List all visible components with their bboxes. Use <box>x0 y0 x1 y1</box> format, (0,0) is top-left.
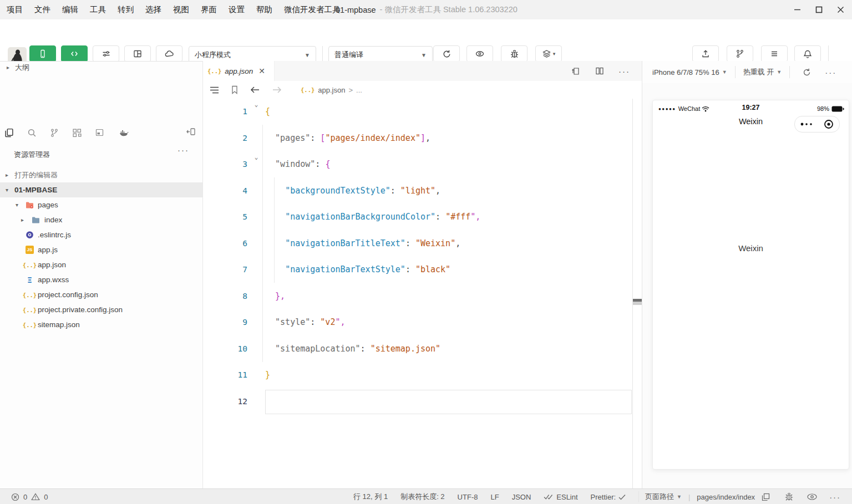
bell-icon <box>803 49 812 59</box>
menubar-item[interactable]: 视图 <box>173 4 189 15</box>
sidebar-activity-strip <box>4 125 129 140</box>
tree-item--eslintrc-js[interactable]: .eslintrc.js <box>0 227 202 242</box>
layers-icon <box>542 49 551 58</box>
code-token: "v2 <box>320 317 335 327</box>
winpane-icon[interactable] <box>95 128 104 137</box>
code-line-1: 1⌄{ <box>203 99 642 125</box>
menubar-item[interactable]: 文件 <box>34 4 50 15</box>
close-tab-icon[interactable]: ✕ <box>258 67 265 75</box>
window-title-project: 01-mpbase <box>336 6 376 14</box>
tree-item-app-json[interactable]: {..}app.json <box>0 257 202 272</box>
menubar-item[interactable]: 设置 <box>229 4 245 15</box>
chevron-right-icon: ▸ <box>7 64 9 70</box>
caret-down-icon: ▼ <box>722 69 727 75</box>
code-area[interactable]: 1⌄{2 "pages": ["pages/index/index"],3⌄ "… <box>203 99 642 488</box>
line-number: 6 <box>203 231 247 257</box>
device-select-value: iPhone 6/7/8 75% 16 <box>652 68 719 77</box>
collapse-sidebar-icon[interactable] <box>186 127 196 136</box>
copy-path-icon[interactable] <box>762 493 770 501</box>
tree-item-app-wxss[interactable]: Ξapp.wxss <box>0 272 202 287</box>
code-token: "sitemapLocation" <box>275 344 361 354</box>
menubar-item[interactable]: 微信开发者工具 <box>284 4 341 15</box>
code-token: "pages/index/index" <box>325 133 420 143</box>
capsule-button[interactable] <box>794 116 840 133</box>
menubar-item[interactable]: 界面 <box>201 4 217 15</box>
tree-item-pages[interactable]: ▾pages <box>0 197 202 212</box>
hot-reload-toggle[interactable]: 热重载 开 ▼ <box>743 67 782 77</box>
bookmark-icon[interactable] <box>231 85 239 94</box>
close-window-icon[interactable] <box>837 6 844 13</box>
capsule-exit-icon[interactable] <box>824 119 834 129</box>
code-token <box>265 344 275 354</box>
fold-chevron-icon[interactable]: ⌄ <box>251 99 262 118</box>
blocks-icon[interactable] <box>72 128 82 138</box>
preview-page-icon[interactable] <box>807 493 817 500</box>
tree-item-label: pages <box>38 201 58 209</box>
tree-item-index[interactable]: ▸index <box>0 212 202 227</box>
prettier-status[interactable]: Prettier: <box>591 493 626 501</box>
outline-label: 大纲 <box>15 63 29 73</box>
code-token: }, <box>275 291 285 301</box>
line-number: 10 <box>203 336 247 363</box>
cursor-position[interactable]: 行 12, 列 1 <box>353 492 388 502</box>
tree-item-label: project.config.json <box>38 291 98 299</box>
split-editor-icon[interactable] <box>595 67 604 75</box>
more-actions-icon[interactable]: ··· <box>618 67 630 76</box>
forward-arrow-icon[interactable] <box>272 86 282 94</box>
device-select[interactable]: iPhone 6/7/8 75% 16 ▼ <box>652 68 727 77</box>
menubar-item[interactable]: 项目 <box>7 4 23 15</box>
code-line-12: 12 <box>203 389 642 415</box>
explorer-more-icon[interactable]: ··· <box>178 145 189 155</box>
sim-more-icon[interactable]: ··· <box>825 68 836 77</box>
open-editors-section[interactable]: ▸打开的编辑器 <box>0 167 202 182</box>
eslint-status[interactable]: ESLint <box>544 493 577 501</box>
debug-page-icon[interactable] <box>784 492 794 501</box>
minimize-icon[interactable] <box>794 6 801 13</box>
eol[interactable]: LF <box>490 493 499 501</box>
tree-item-project-private-config-json[interactable]: {..}project.private.config.json <box>0 302 202 317</box>
back-arrow-icon[interactable] <box>250 86 260 94</box>
sim-separator <box>789 66 790 78</box>
menubar-item[interactable]: 帮助 <box>256 4 272 15</box>
code-token <box>265 133 275 143</box>
compile-select-value: 普通编译 <box>334 50 363 60</box>
code-line-4: 4 "backgroundTextStyle": "light", <box>203 178 642 205</box>
tab-size[interactable]: 制表符长度: 2 <box>400 492 444 502</box>
titlebar: 项目文件编辑工具转到选择视图界面设置帮助微信开发者工具 01-mpbase - … <box>0 0 852 19</box>
fold-chevron-icon[interactable]: ⌄ <box>251 144 262 171</box>
language-mode[interactable]: JSON <box>512 493 531 501</box>
code-text: "navigationBarBackgroundColor": "#fff", <box>265 204 480 231</box>
menubar-item[interactable]: 编辑 <box>62 4 78 15</box>
tree-item-app-js[interactable]: JSapp.js <box>0 242 202 257</box>
page-path-select[interactable]: 页面路径 ▼ <box>645 492 682 502</box>
project-root[interactable]: ▾01-MPBASE <box>0 182 202 197</box>
encoding[interactable]: UTF-8 <box>458 493 478 501</box>
tree-item-project-config-json[interactable]: {..}project.config.json <box>0 287 202 302</box>
breadcrumb[interactable]: {..} app.json > ... <box>301 86 362 94</box>
path-more-icon[interactable]: ··· <box>829 492 841 502</box>
menubar-item[interactable]: 工具 <box>90 4 106 15</box>
docker-icon[interactable] <box>118 128 129 137</box>
menubar-item[interactable]: 转到 <box>118 4 134 15</box>
json-icon: {..} <box>25 290 34 299</box>
line-number: 3 <box>203 151 247 178</box>
menubar-item[interactable]: 选择 <box>145 4 161 15</box>
tabbar-actions: ··· <box>571 61 630 81</box>
button-icon-box <box>61 45 88 62</box>
outline-section[interactable]: ▸ 大纲 <box>0 61 202 73</box>
upload-icon <box>701 49 710 58</box>
problems-group[interactable]: 0 0 <box>11 489 48 504</box>
eye-icon <box>475 49 485 58</box>
capsule-more-icon[interactable] <box>800 123 813 126</box>
tab-app-json[interactable]: {..} app.json ✕ <box>203 61 275 81</box>
gitbranch-icon[interactable] <box>50 128 59 138</box>
tree-item-sitemap-json[interactable]: {..}sitemap.json <box>0 317 202 332</box>
code-token: "window" <box>275 159 315 169</box>
search-icon[interactable] <box>27 128 37 138</box>
files-icon[interactable] <box>4 128 14 138</box>
maximize-icon[interactable] <box>815 6 823 13</box>
refresh-simulator-icon[interactable] <box>802 68 812 77</box>
outline-list-icon[interactable] <box>210 86 219 94</box>
open-preview-icon[interactable] <box>571 67 581 76</box>
code-token: , <box>425 133 430 143</box>
